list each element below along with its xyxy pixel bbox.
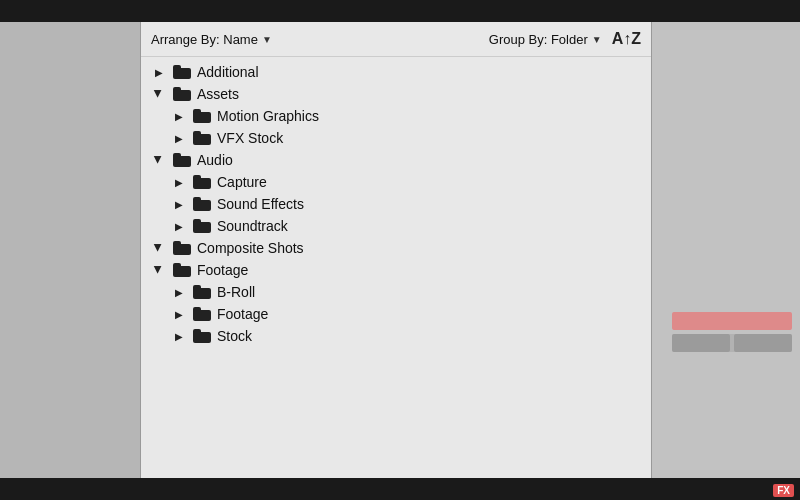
- arrow-icon-composite-shots[interactable]: ▶: [151, 240, 167, 256]
- tree-item-footage[interactable]: ▶Footage: [141, 259, 651, 281]
- folder-icon-motion-graphics: [193, 109, 211, 123]
- item-label-composite-shots: Composite Shots: [197, 240, 304, 256]
- arrow-icon-additional[interactable]: ▶: [151, 64, 167, 80]
- folder-icon-b-roll: [193, 285, 211, 299]
- item-label-assets: Assets: [197, 86, 239, 102]
- item-label-stock: Stock: [217, 328, 252, 344]
- item-label-footage: Footage: [197, 262, 248, 278]
- tree-item-motion-graphics[interactable]: ▶Motion Graphics: [141, 105, 651, 127]
- right-btn-2: [734, 334, 792, 352]
- item-label-motion-graphics: Motion Graphics: [217, 108, 319, 124]
- folder-icon-vfx-stock: [193, 131, 211, 145]
- arrow-icon-sound-effects[interactable]: ▶: [171, 196, 187, 212]
- folder-icon-soundtrack: [193, 219, 211, 233]
- folder-icon-footage: [173, 263, 191, 277]
- arrow-icon-motion-graphics[interactable]: ▶: [171, 108, 187, 124]
- tree-item-assets[interactable]: ▶Assets: [141, 83, 651, 105]
- main-panel: Arrange By: Name ▼ Group By: Folder ▼ A↑…: [140, 22, 652, 478]
- right-panel: [652, 22, 800, 478]
- right-btn-1: [672, 334, 730, 352]
- item-label-soundtrack: Soundtrack: [217, 218, 288, 234]
- item-label-b-roll: B-Roll: [217, 284, 255, 300]
- tree-item-sound-effects[interactable]: ▶Sound Effects: [141, 193, 651, 215]
- tree-item-vfx-stock[interactable]: ▶VFX Stock: [141, 127, 651, 149]
- arrange-control[interactable]: Arrange By: Name ▼: [151, 32, 272, 47]
- tree-item-audio[interactable]: ▶Audio: [141, 149, 651, 171]
- tree-item-capture[interactable]: ▶Capture: [141, 171, 651, 193]
- tree-item-additional[interactable]: ▶Additional: [141, 61, 651, 83]
- folder-icon-additional: [173, 65, 191, 79]
- arrow-icon-footage[interactable]: ▶: [151, 262, 167, 278]
- group-label: Group By: Folder: [489, 32, 588, 47]
- arrow-icon-audio[interactable]: ▶: [151, 152, 167, 168]
- folder-icon-stock: [193, 329, 211, 343]
- top-bar: [0, 0, 800, 22]
- arrow-icon-stock[interactable]: ▶: [171, 328, 187, 344]
- folder-icon-sound-effects: [193, 197, 211, 211]
- bottom-bar: FX: [0, 478, 800, 500]
- arrange-label: Arrange By: Name: [151, 32, 258, 47]
- group-arrow-icon: ▼: [592, 34, 602, 45]
- item-label-sound-effects: Sound Effects: [217, 196, 304, 212]
- arrow-icon-vfx-stock[interactable]: ▶: [171, 130, 187, 146]
- toolbar: Arrange By: Name ▼ Group By: Folder ▼ A↑…: [141, 22, 651, 57]
- item-label-additional: Additional: [197, 64, 259, 80]
- tree-item-b-roll[interactable]: ▶B-Roll: [141, 281, 651, 303]
- sort-order-icon[interactable]: A↑Z: [612, 30, 641, 48]
- group-control[interactable]: Group By: Folder ▼: [489, 32, 602, 47]
- right-input-bar: [672, 312, 792, 330]
- arrow-icon-soundtrack[interactable]: ▶: [171, 218, 187, 234]
- arrow-icon-capture[interactable]: ▶: [171, 174, 187, 190]
- tree-item-composite-shots[interactable]: ▶Composite Shots: [141, 237, 651, 259]
- folder-icon-capture: [193, 175, 211, 189]
- arrange-arrow-icon: ▼: [262, 34, 272, 45]
- item-label-footage-sub: Footage: [217, 306, 268, 322]
- folder-icon-assets: [173, 87, 191, 101]
- arrow-icon-footage-sub[interactable]: ▶: [171, 306, 187, 322]
- folder-icon-audio: [173, 153, 191, 167]
- item-label-vfx-stock: VFX Stock: [217, 130, 283, 146]
- left-panel: [0, 22, 140, 478]
- arrow-icon-b-roll[interactable]: ▶: [171, 284, 187, 300]
- arrow-icon-assets[interactable]: ▶: [151, 86, 167, 102]
- tree-item-footage-sub[interactable]: ▶Footage: [141, 303, 651, 325]
- item-label-audio: Audio: [197, 152, 233, 168]
- fx-badge: FX: [773, 484, 794, 497]
- folder-icon-footage-sub: [193, 307, 211, 321]
- right-btn-row: [672, 334, 792, 352]
- tree-item-stock[interactable]: ▶Stock: [141, 325, 651, 347]
- tree-item-soundtrack[interactable]: ▶Soundtrack: [141, 215, 651, 237]
- item-label-capture: Capture: [217, 174, 267, 190]
- file-tree: ▶Additional▶Assets▶Motion Graphics▶VFX S…: [141, 57, 651, 469]
- folder-icon-composite-shots: [173, 241, 191, 255]
